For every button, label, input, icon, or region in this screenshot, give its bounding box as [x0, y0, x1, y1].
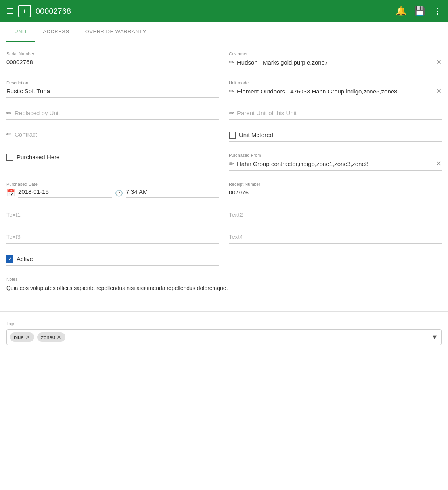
text2-value[interactable]: Text2	[229, 210, 442, 221]
customer-edit-icon[interactable]: ✏	[229, 59, 234, 66]
bell-icon[interactable]: 🔔	[396, 6, 406, 16]
tab-override-warranty[interactable]: OVERRIDE WARRANTY	[77, 22, 154, 42]
contract-value[interactable]: Contract	[15, 131, 219, 138]
row-text1-text2: Text1 Text2	[6, 210, 442, 221]
field-text4: Text4	[229, 233, 442, 244]
contract-edit-icon[interactable]: ✏	[6, 131, 11, 138]
parent-unit-value[interactable]: Parent Unit of this Unit	[237, 110, 442, 116]
parent-unit-edit-icon[interactable]: ✏	[229, 109, 234, 117]
divider	[0, 311, 448, 312]
row-active: Active	[6, 255, 442, 266]
row-text3-text4: Text3 Text4	[6, 233, 442, 244]
form-content: Serial Number 00002768 Customer ✏ Hudson…	[0, 42, 448, 302]
unit-model-label: Unit model	[229, 80, 442, 85]
row-contract-metered: ✏ Contract Unit Metered	[6, 131, 442, 142]
field-replaced-by-unit: ✏ Replaced by Unit	[6, 109, 219, 120]
notes-section: Notes Quia eos voluptates officiis sapie…	[6, 277, 442, 292]
tag-chip-zone0: zone0 ✕	[37, 332, 65, 342]
purchased-here-row: Purchased Here	[6, 153, 219, 164]
tab-unit[interactable]: UNIT	[6, 22, 35, 42]
row-serial-customer: Serial Number 00002768 Customer ✏ Hudson…	[6, 51, 442, 69]
tags-label: Tags	[6, 321, 442, 326]
tag-chip-blue: blue ✕	[10, 332, 34, 342]
tag-blue-label: blue	[14, 334, 24, 340]
hamburger-icon[interactable]: ☰	[6, 6, 13, 16]
field-contract: ✏ Contract	[6, 131, 219, 142]
unit-model-field-row: ✏ Element Outdoors - 476033 Hahn Group i…	[229, 87, 442, 98]
field-customer: Customer ✏ Hudson - Marks gold,purple,zo…	[229, 51, 442, 69]
tab-address[interactable]: ADDRESS	[35, 22, 77, 42]
purchased-here-label: Purchased Here	[17, 154, 59, 160]
replaced-by-unit-row: ✏ Replaced by Unit	[6, 109, 219, 120]
row-purchased-here-from: Purchased Here Purchased From ✏ Hahn Gro…	[6, 153, 442, 171]
row-replaced-parent: ✏ Replaced by Unit ✏ Parent Unit of this…	[6, 109, 442, 120]
unit-metered-checkbox[interactable]	[229, 132, 236, 139]
topbar: ☰ + 00002768 🔔 💾 ⋮	[0, 0, 448, 22]
notes-value[interactable]: Quia eos voluptates officiis sapiente re…	[6, 284, 442, 292]
customer-value: Hudson - Marks gold,purple,zone7	[237, 59, 433, 66]
purchased-date-label: Purchased Date	[6, 182, 219, 187]
field-unit-model: Unit model ✏ Element Outdoors - 476033 H…	[229, 80, 442, 98]
active-label: Active	[17, 255, 33, 262]
tag-zone0-remove[interactable]: ✕	[57, 334, 61, 340]
field-serial-number: Serial Number 00002768	[6, 51, 219, 69]
field-text3: Text3	[6, 233, 219, 244]
field-purchased-from: Purchased From ✏ Hahn Group contractor,i…	[229, 153, 442, 171]
tag-zone0-label: zone0	[41, 334, 55, 340]
purchased-from-edit-icon[interactable]: ✏	[229, 160, 234, 168]
replaced-by-value[interactable]: Replaced by Unit	[15, 110, 219, 116]
active-row: Active	[6, 255, 219, 266]
row-date-receipt: Purchased Date 📅 2018-01-15 🕐 7:34 AM Re…	[6, 182, 442, 199]
customer-label: Customer	[229, 51, 442, 56]
row-description-unitmodel: Description Rustic Soft Tuna Unit model …	[6, 80, 442, 98]
purchased-date-row: 📅 2018-01-15 🕐 7:34 AM	[6, 188, 219, 198]
field-description: Description Rustic Soft Tuna	[6, 80, 219, 98]
purchased-from-label: Purchased From	[229, 153, 442, 158]
unit-model-edit-icon[interactable]: ✏	[229, 88, 234, 95]
tag-blue-remove[interactable]: ✕	[25, 334, 30, 340]
tags-row[interactable]: blue ✕ zone0 ✕ ▼	[6, 329, 442, 345]
description-value[interactable]: Rustic Soft Tuna	[6, 87, 219, 98]
serial-number-label: Serial Number	[6, 51, 219, 56]
unit-metered-label: Unit Metered	[239, 132, 273, 138]
field-text1: Text1	[6, 210, 219, 221]
description-label: Description	[6, 80, 219, 85]
field-unit-metered: Unit Metered	[229, 131, 442, 142]
field-parent-unit: ✏ Parent Unit of this Unit	[229, 109, 442, 120]
tags-dropdown-icon[interactable]: ▼	[431, 333, 438, 341]
field-receipt-number: Receipt Number 007976	[229, 182, 442, 199]
text4-value[interactable]: Text4	[229, 233, 442, 244]
notes-label: Notes	[6, 277, 442, 282]
customer-field-row: ✏ Hudson - Marks gold,purple,zone7 ✕	[229, 58, 442, 69]
text3-value[interactable]: Text3	[6, 233, 219, 244]
unit-metered-row: Unit Metered	[229, 131, 442, 142]
topbar-title: 00002768	[36, 7, 391, 16]
unit-model-clear-icon[interactable]: ✕	[436, 87, 442, 95]
customer-clear-icon[interactable]: ✕	[436, 58, 442, 67]
logo-icon: +	[18, 5, 31, 17]
topbar-actions: 🔔 💾 ⋮	[396, 6, 442, 16]
field-purchased-here: Purchased Here	[6, 153, 219, 171]
purchased-date-value[interactable]: 2018-01-15	[18, 188, 112, 198]
tags-section: Tags blue ✕ zone0 ✕ ▼	[0, 321, 448, 351]
clock-icon: 🕐	[115, 189, 123, 197]
purchased-from-value: Hahn Group contractor,indigo,zone1,zone3…	[237, 160, 433, 167]
more-icon[interactable]: ⋮	[433, 6, 442, 16]
field-active: Active	[6, 255, 219, 266]
serial-number-value[interactable]: 00002768	[6, 58, 219, 69]
contract-row: ✏ Contract	[6, 131, 219, 141]
purchased-from-row: ✏ Hahn Group contractor,indigo,zone1,zon…	[229, 159, 442, 171]
tabs: UNIT ADDRESS OVERRIDE WARRANTY	[0, 22, 448, 42]
purchased-from-clear-icon[interactable]: ✕	[436, 159, 442, 168]
replaced-by-edit-icon[interactable]: ✏	[6, 109, 11, 117]
purchased-time-value[interactable]: 7:34 AM	[126, 188, 220, 198]
active-checkbox[interactable]	[6, 255, 13, 263]
save-icon[interactable]: 💾	[414, 6, 425, 16]
text1-value[interactable]: Text1	[6, 210, 219, 221]
calendar-icon[interactable]: 📅	[6, 189, 15, 197]
field-purchased-date: Purchased Date 📅 2018-01-15 🕐 7:34 AM	[6, 182, 219, 199]
receipt-number-value[interactable]: 007976	[229, 188, 442, 199]
field-text2: Text2	[229, 210, 442, 221]
field-active-spacer	[229, 255, 442, 266]
purchased-here-checkbox[interactable]	[6, 154, 13, 161]
